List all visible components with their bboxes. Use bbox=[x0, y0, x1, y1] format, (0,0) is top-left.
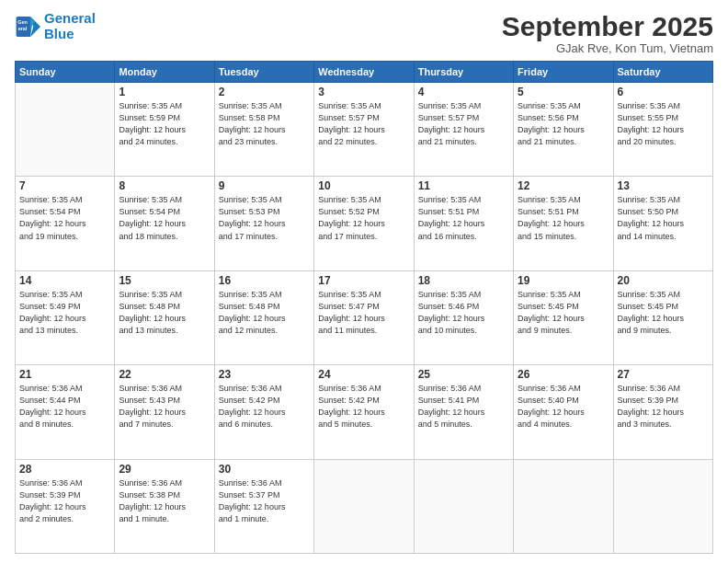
day-info: Sunrise: 5:35 AM Sunset: 5:47 PM Dayligh… bbox=[318, 289, 409, 337]
day-header-sunday: Sunday bbox=[16, 62, 115, 83]
day-number: 22 bbox=[119, 368, 210, 381]
svg-text:eral: eral bbox=[18, 25, 28, 30]
day-info: Sunrise: 5:36 AM Sunset: 5:42 PM Dayligh… bbox=[318, 383, 409, 431]
calendar-cell: 2Sunrise: 5:35 AM Sunset: 5:58 PM Daylig… bbox=[214, 83, 313, 177]
calendar-cell: 21Sunrise: 5:36 AM Sunset: 5:44 PM Dayli… bbox=[16, 365, 115, 459]
calendar-cell: 20Sunrise: 5:35 AM Sunset: 5:45 PM Dayli… bbox=[613, 270, 712, 364]
logo-text: General Blue bbox=[44, 11, 96, 41]
day-number: 11 bbox=[418, 179, 509, 192]
calendar-cell: 5Sunrise: 5:35 AM Sunset: 5:56 PM Daylig… bbox=[514, 83, 613, 177]
logo-line1: General bbox=[44, 10, 96, 26]
day-header-saturday: Saturday bbox=[613, 62, 712, 83]
day-header-wednesday: Wednesday bbox=[314, 62, 414, 83]
svg-text:Gen: Gen bbox=[17, 18, 28, 24]
day-number: 29 bbox=[119, 463, 210, 476]
week-row-4: 21Sunrise: 5:36 AM Sunset: 5:44 PM Dayli… bbox=[16, 365, 713, 459]
day-info: Sunrise: 5:35 AM Sunset: 5:55 PM Dayligh… bbox=[618, 100, 709, 148]
calendar-cell: 30Sunrise: 5:36 AM Sunset: 5:37 PM Dayli… bbox=[214, 459, 313, 553]
header: Gen eral General Blue September 2025 GJa… bbox=[15, 11, 713, 55]
calendar-cell: 1Sunrise: 5:35 AM Sunset: 5:59 PM Daylig… bbox=[115, 83, 214, 177]
calendar-cell: 4Sunrise: 5:35 AM Sunset: 5:57 PM Daylig… bbox=[414, 83, 513, 177]
day-info: Sunrise: 5:35 AM Sunset: 5:45 PM Dayligh… bbox=[618, 289, 709, 337]
calendar-cell: 15Sunrise: 5:35 AM Sunset: 5:48 PM Dayli… bbox=[115, 270, 214, 364]
day-number: 3 bbox=[318, 86, 409, 98]
day-info: Sunrise: 5:36 AM Sunset: 5:43 PM Dayligh… bbox=[119, 383, 210, 431]
day-number: 8 bbox=[119, 179, 210, 192]
day-number: 18 bbox=[418, 274, 509, 287]
calendar-cell: 9Sunrise: 5:35 AM Sunset: 5:53 PM Daylig… bbox=[214, 177, 313, 270]
day-info: Sunrise: 5:35 AM Sunset: 5:46 PM Dayligh… bbox=[418, 289, 509, 337]
week-row-1: 1Sunrise: 5:35 AM Sunset: 5:59 PM Daylig… bbox=[16, 83, 713, 177]
day-info: Sunrise: 5:35 AM Sunset: 5:48 PM Dayligh… bbox=[119, 289, 210, 337]
day-number: 24 bbox=[318, 368, 409, 381]
day-number: 19 bbox=[518, 274, 609, 287]
calendar-cell: 28Sunrise: 5:36 AM Sunset: 5:39 PM Dayli… bbox=[16, 459, 115, 553]
day-header-monday: Monday bbox=[115, 62, 214, 83]
calendar-cell: 19Sunrise: 5:35 AM Sunset: 5:45 PM Dayli… bbox=[514, 270, 613, 364]
day-info: Sunrise: 5:35 AM Sunset: 5:57 PM Dayligh… bbox=[418, 100, 509, 148]
calendar-cell: 8Sunrise: 5:35 AM Sunset: 5:54 PM Daylig… bbox=[115, 177, 214, 270]
calendar-table: SundayMondayTuesdayWednesdayThursdayFrid… bbox=[15, 61, 713, 554]
week-row-3: 14Sunrise: 5:35 AM Sunset: 5:49 PM Dayli… bbox=[16, 270, 713, 364]
calendar-cell: 14Sunrise: 5:35 AM Sunset: 5:49 PM Dayli… bbox=[16, 270, 115, 364]
day-number: 16 bbox=[219, 274, 310, 287]
day-info: Sunrise: 5:36 AM Sunset: 5:38 PM Dayligh… bbox=[119, 477, 210, 525]
day-number: 1 bbox=[119, 86, 210, 98]
day-number: 27 bbox=[618, 368, 709, 381]
header-row: SundayMondayTuesdayWednesdayThursdayFrid… bbox=[16, 62, 713, 83]
day-info: Sunrise: 5:35 AM Sunset: 5:51 PM Dayligh… bbox=[418, 194, 509, 242]
day-info: Sunrise: 5:35 AM Sunset: 5:45 PM Dayligh… bbox=[518, 289, 609, 337]
day-header-thursday: Thursday bbox=[414, 62, 513, 83]
day-number: 26 bbox=[518, 368, 609, 381]
day-info: Sunrise: 5:35 AM Sunset: 5:54 PM Dayligh… bbox=[119, 194, 210, 242]
calendar-cell: 25Sunrise: 5:36 AM Sunset: 5:41 PM Dayli… bbox=[414, 365, 513, 459]
day-info: Sunrise: 5:35 AM Sunset: 5:59 PM Dayligh… bbox=[119, 100, 210, 148]
logo: Gen eral General Blue bbox=[15, 11, 96, 41]
day-number: 7 bbox=[19, 179, 110, 192]
day-number: 9 bbox=[219, 179, 310, 192]
day-info: Sunrise: 5:36 AM Sunset: 5:42 PM Dayligh… bbox=[219, 383, 310, 431]
day-info: Sunrise: 5:35 AM Sunset: 5:57 PM Dayligh… bbox=[318, 100, 409, 148]
day-info: Sunrise: 5:36 AM Sunset: 5:37 PM Dayligh… bbox=[219, 477, 310, 525]
day-info: Sunrise: 5:36 AM Sunset: 5:40 PM Dayligh… bbox=[518, 383, 609, 431]
calendar-cell: 29Sunrise: 5:36 AM Sunset: 5:38 PM Dayli… bbox=[115, 459, 214, 553]
day-number: 30 bbox=[219, 463, 310, 476]
day-number: 23 bbox=[219, 368, 310, 381]
calendar-cell: 24Sunrise: 5:36 AM Sunset: 5:42 PM Dayli… bbox=[314, 365, 414, 459]
calendar-cell: 18Sunrise: 5:35 AM Sunset: 5:46 PM Dayli… bbox=[414, 270, 513, 364]
day-number: 25 bbox=[418, 368, 509, 381]
day-number: 12 bbox=[518, 179, 609, 192]
calendar-cell: 6Sunrise: 5:35 AM Sunset: 5:55 PM Daylig… bbox=[613, 83, 712, 177]
calendar-cell: 27Sunrise: 5:36 AM Sunset: 5:39 PM Dayli… bbox=[613, 365, 712, 459]
calendar-title: September 2025 bbox=[502, 11, 713, 41]
day-number: 5 bbox=[518, 86, 609, 98]
day-info: Sunrise: 5:35 AM Sunset: 5:48 PM Dayligh… bbox=[219, 289, 310, 337]
day-number: 28 bbox=[19, 463, 110, 476]
day-number: 10 bbox=[318, 179, 409, 192]
calendar-cell: 16Sunrise: 5:35 AM Sunset: 5:48 PM Dayli… bbox=[214, 270, 313, 364]
day-number: 14 bbox=[19, 274, 110, 287]
day-info: Sunrise: 5:35 AM Sunset: 5:49 PM Dayligh… bbox=[19, 289, 110, 337]
calendar-subtitle: GJak Rve, Kon Tum, Vietnam bbox=[502, 41, 713, 55]
calendar-cell: 12Sunrise: 5:35 AM Sunset: 5:51 PM Dayli… bbox=[514, 177, 613, 270]
day-number: 6 bbox=[618, 86, 709, 98]
calendar-cell: 26Sunrise: 5:36 AM Sunset: 5:40 PM Dayli… bbox=[514, 365, 613, 459]
day-info: Sunrise: 5:36 AM Sunset: 5:39 PM Dayligh… bbox=[618, 383, 709, 431]
day-number: 2 bbox=[219, 86, 310, 98]
calendar-cell bbox=[514, 459, 613, 553]
day-number: 15 bbox=[119, 274, 210, 287]
week-row-5: 28Sunrise: 5:36 AM Sunset: 5:39 PM Dayli… bbox=[16, 459, 713, 553]
calendar-cell: 23Sunrise: 5:36 AM Sunset: 5:42 PM Dayli… bbox=[214, 365, 313, 459]
day-number: 20 bbox=[618, 274, 709, 287]
calendar-cell: 13Sunrise: 5:35 AM Sunset: 5:50 PM Dayli… bbox=[613, 177, 712, 270]
calendar-cell: 3Sunrise: 5:35 AM Sunset: 5:57 PM Daylig… bbox=[314, 83, 414, 177]
calendar-cell: 17Sunrise: 5:35 AM Sunset: 5:47 PM Dayli… bbox=[314, 270, 414, 364]
week-row-2: 7Sunrise: 5:35 AM Sunset: 5:54 PM Daylig… bbox=[16, 177, 713, 270]
calendar-cell: 10Sunrise: 5:35 AM Sunset: 5:52 PM Dayli… bbox=[314, 177, 414, 270]
day-info: Sunrise: 5:36 AM Sunset: 5:44 PM Dayligh… bbox=[19, 383, 110, 431]
day-info: Sunrise: 5:35 AM Sunset: 5:53 PM Dayligh… bbox=[219, 194, 310, 242]
logo-line2: Blue bbox=[44, 26, 74, 41]
day-number: 4 bbox=[418, 86, 509, 98]
calendar-cell: 11Sunrise: 5:35 AM Sunset: 5:51 PM Dayli… bbox=[414, 177, 513, 270]
calendar-cell: 22Sunrise: 5:36 AM Sunset: 5:43 PM Dayli… bbox=[115, 365, 214, 459]
